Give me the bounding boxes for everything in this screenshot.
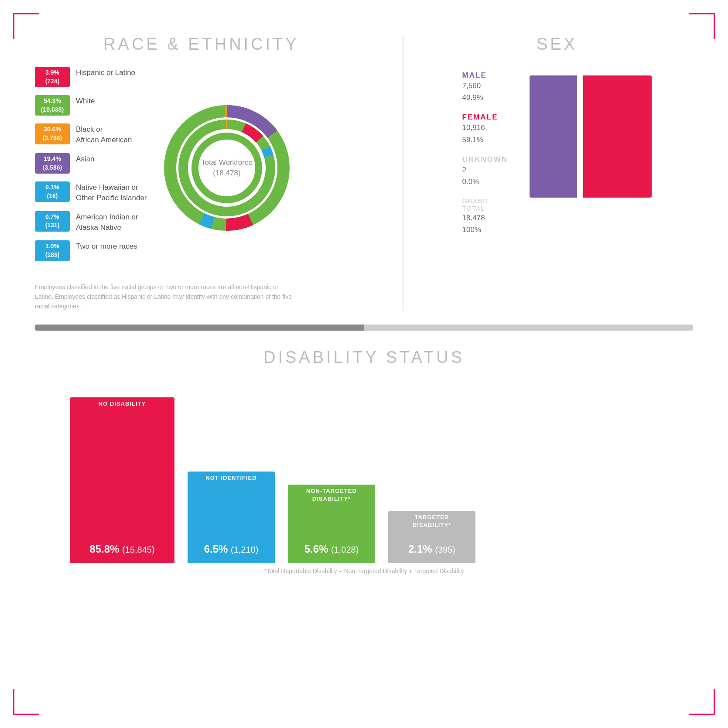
dis-bar-no_disability: NO DISABILITY 85.8% (15,845)	[70, 397, 174, 563]
corner-bl	[13, 689, 39, 715]
section-divider-horizontal	[35, 325, 693, 331]
legend-item-nhopi: 0.1% (16) Native Hawaiian orOther Pacifi…	[35, 181, 148, 203]
race-content: 3.9% (724) Hispanic or Latino 54.3% (10,…	[35, 67, 368, 269]
legend-badge-multi: 1.0% (185)	[35, 240, 70, 261]
sex-bar-male	[530, 75, 577, 198]
corner-tr	[689, 13, 715, 39]
dis-bar-group-no_disability: NO DISABILITY 85.8% (15,845)	[70, 397, 174, 563]
legend-count-aian: (131)	[38, 221, 67, 230]
legend-pct-asian: 19.4%	[38, 155, 67, 164]
dis-bar-value-non_targeted: 5.6% (1,028)	[300, 543, 363, 555]
legend-label-asian: Asian	[76, 153, 95, 164]
legend-badge-asian: 19.4% (3,586)	[35, 153, 70, 174]
legend-pct-black: 20.6%	[38, 125, 67, 134]
legend-label-nhopi: Native Hawaiian orOther Pacific Islander	[76, 181, 147, 203]
donut-center-text: Total Workforce (18,478)	[201, 157, 253, 178]
dis-bar-non_targeted: NON-TARGETEDDISABILITY* 5.6% (1,028)	[288, 485, 375, 563]
corner-br	[689, 689, 715, 715]
dis-bar-label-targeted: TARGETEDDISABILITY*	[409, 511, 455, 529]
sex-bar-divider	[579, 75, 581, 198]
dis-bar-label-no_disability: NO DISABILITY	[95, 397, 149, 408]
legend-item-multi: 1.0% (185) Two or more races	[35, 240, 148, 261]
legend-item-white: 54.3% (10,038) White	[35, 95, 148, 116]
donut-chart: Total Workforce (18,478)	[161, 103, 292, 233]
race-title: RACE & ETHNICITY	[35, 35, 368, 54]
legend-label-black: Black orAfrican American	[76, 123, 132, 145]
sex-num-unknown: 20.0%	[462, 164, 508, 188]
donut-label1: Total Workforce	[201, 157, 253, 168]
legend-badge-hispanic: 3.9% (724)	[35, 67, 70, 87]
legend-label-aian: American Indian orAlaska Native	[76, 211, 138, 233]
legend-badge-nhopi: 0.1% (16)	[35, 181, 70, 202]
sex-label-female: FEMALE	[462, 113, 508, 122]
race-legend: 3.9% (724) Hispanic or Latino 54.3% (10,…	[35, 67, 148, 269]
legend-item-hispanic: 3.9% (724) Hispanic or Latino	[35, 67, 148, 87]
race-section: RACE & ETHNICITY 3.9% (724) Hispanic or …	[35, 35, 385, 311]
disability-bars: NO DISABILITY 85.8% (15,845) NOT IDENTIF…	[35, 380, 693, 563]
legend-pct-hispanic: 3.9%	[38, 68, 67, 77]
sex-col-stats: MALE 7,56040.9% FEMALE 10,91659.1% UNKNO…	[462, 71, 508, 236]
donut-label2: (18,478)	[201, 168, 253, 178]
dis-bar-value-no_disability: 85.8% (15,845)	[85, 543, 159, 555]
legend-item-aian: 0.7% (131) American Indian orAlaska Nati…	[35, 211, 148, 233]
top-section: RACE & ETHNICITY 3.9% (724) Hispanic or …	[35, 35, 693, 311]
page: RACE & ETHNICITY 3.9% (724) Hispanic or …	[0, 0, 728, 728]
sex-bar-chart	[530, 75, 652, 198]
sex-num-male: 7,56040.9%	[462, 80, 508, 103]
legend-pct-aian: 0.7%	[38, 213, 67, 222]
sex-label-unknown: UNKNOWN	[462, 155, 508, 164]
sex-num-grand: 18,478100%	[462, 212, 508, 236]
legend-label-multi: Two or more races	[76, 240, 137, 252]
legend-pct-multi: 1.0%	[38, 242, 67, 251]
legend-badge-white: 54.3% (10,038)	[35, 95, 70, 116]
dis-bar-value-not_identified: 6.5% (1,210)	[200, 543, 263, 555]
dis-bar-group-targeted: TARGETEDDISABILITY* 2.1% (395)	[388, 511, 475, 563]
dis-bar-value-targeted: 2.1% (395)	[404, 543, 460, 555]
sex-stats: MALE 7,56040.9% FEMALE 10,91659.1% UNKNO…	[462, 71, 652, 236]
sex-item-grand: GRANDTOTAL 18,478100%	[462, 197, 508, 236]
dis-bar-group-non_targeted: NON-TARGETEDDISABILITY* 5.6% (1,028)	[288, 485, 375, 563]
legend-pct-nhopi: 0.1%	[38, 183, 67, 192]
legend-count-white: (10,038)	[38, 106, 67, 114]
legend-pct-white: 54.3%	[38, 97, 67, 106]
legend-count-black: (3,798)	[38, 134, 67, 143]
sex-item-female: FEMALE 10,91659.1%	[462, 113, 508, 145]
legend-label-hispanic: Hispanic or Latino	[76, 67, 135, 78]
legend-count-hispanic: (724)	[38, 77, 67, 86]
sex-item-male: MALE 7,56040.9%	[462, 71, 508, 103]
dis-bar-group-not_identified: NOT IDENTIFIED 6.5% (1,210)	[188, 472, 275, 563]
section-divider	[403, 35, 403, 311]
sex-num-female: 10,91659.1%	[462, 122, 508, 145]
legend-badge-black: 20.6% (3,798)	[35, 123, 70, 144]
dis-bar-label-not_identified: NOT IDENTIFIED	[202, 472, 260, 482]
legend-count-asian: (3,586)	[38, 164, 67, 172]
disability-footnote: *Total Reportable Disability = Non-Targe…	[35, 567, 693, 574]
legend-label-white: White	[76, 95, 95, 106]
corner-tl	[13, 13, 39, 39]
sex-title: SEX	[537, 35, 578, 54]
legend-count-nhopi: (16)	[38, 192, 67, 201]
dis-bar-not_identified: NOT IDENTIFIED 6.5% (1,210)	[188, 472, 275, 563]
legend-count-multi: (185)	[38, 251, 67, 260]
sex-item-unknown: UNKNOWN 20.0%	[462, 155, 508, 188]
legend-item-black: 20.6% (3,798) Black orAfrican American	[35, 123, 148, 145]
race-footnote: Employees classified in the five racial …	[35, 282, 297, 311]
sex-label-male: MALE	[462, 71, 508, 80]
disability-section: DISABILITY STATUS NO DISABILITY 85.8% (1…	[35, 348, 693, 574]
sex-label-grand: GRANDTOTAL	[462, 197, 508, 212]
disability-title: DISABILITY STATUS	[35, 348, 693, 367]
sex-section: SEX MALE 7,56040.9% FEMALE 10,91659.1% U…	[421, 35, 693, 311]
dis-bar-targeted: TARGETEDDISABILITY* 2.1% (395)	[388, 511, 475, 563]
legend-badge-aian: 0.7% (131)	[35, 211, 70, 232]
legend-item-asian: 19.4% (3,586) Asian	[35, 153, 148, 174]
sex-bar-female	[583, 75, 652, 198]
dis-bar-label-non_targeted: NON-TARGETEDDISABILITY*	[303, 485, 360, 503]
